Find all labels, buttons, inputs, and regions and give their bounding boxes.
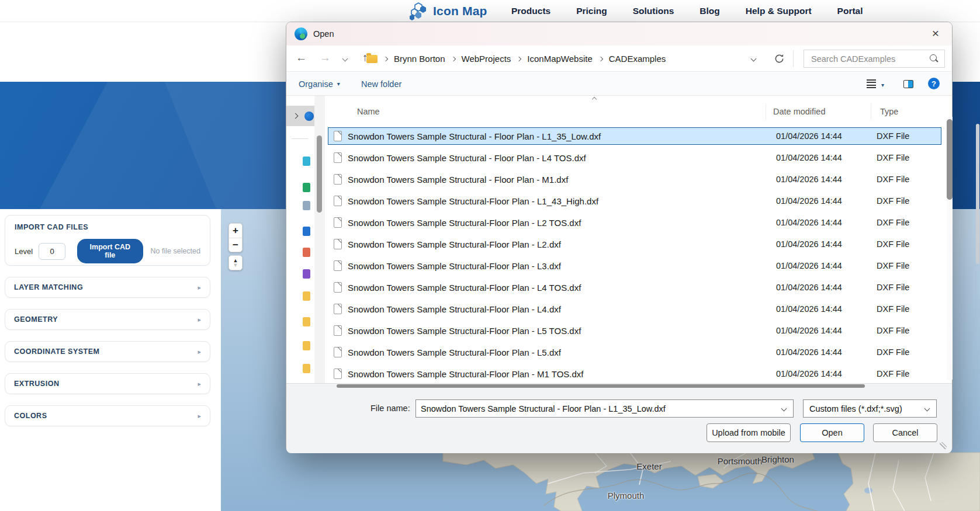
tree-scrollbar-thumb[interactable] [317, 135, 322, 213]
file-row[interactable]: Snowdon Towers Sample Structural-Floor P… [328, 257, 941, 274]
file-row[interactable]: Snowdon Towers Sample Structural-Floor P… [328, 365, 941, 383]
forward-icon[interactable]: → [320, 51, 331, 64]
file-name-input[interactable] [416, 404, 782, 413]
brand[interactable]: Icon Map [409, 2, 487, 20]
nav-item-solutions[interactable]: Solutions [633, 6, 674, 16]
no-file-selected-text: No file selected [151, 247, 200, 255]
level-label: Level [15, 247, 33, 256]
column-name[interactable]: Name [357, 107, 380, 116]
file-date-modified: 01/04/2026 14:44 [776, 239, 877, 249]
icon-map-logo [409, 2, 428, 20]
tree-folder-icon[interactable] [303, 183, 310, 192]
tree-folder-icon[interactable] [303, 317, 310, 326]
file-date-modified: 01/04/2026 14:44 [776, 153, 877, 162]
section-extrusion[interactable]: EXTRUSION▸ [5, 373, 210, 394]
open-button[interactable]: Open [800, 423, 864, 442]
file-row[interactable]: Snowdon Towers Sample Structural-Floor P… [328, 214, 941, 231]
file-row[interactable]: Snowdon Towers Sample Structural-Floor P… [328, 322, 941, 339]
tree-folder-icon[interactable] [303, 157, 310, 166]
tree-folder-icon[interactable] [303, 248, 310, 257]
upload-from-mobile-button[interactable]: Upload from mobile [707, 423, 791, 442]
nav-item-products[interactable]: Products [511, 6, 550, 16]
breadcrumb-item[interactable]: Brynn Borton [394, 54, 445, 64]
scroll-up-icon[interactable] [592, 97, 597, 102]
preview-pane-icon[interactable] [903, 80, 913, 88]
map-zoom-control: + − ▲ ▼ [228, 223, 243, 270]
file-row[interactable]: Snowdon Towers Sample Structural - Floor… [328, 127, 941, 145]
section-geometry[interactable]: GEOMETRY▸ [5, 309, 210, 330]
refresh-icon[interactable] [774, 53, 785, 64]
tree-folder-icon[interactable] [303, 291, 310, 301]
file-icon [334, 217, 342, 228]
tree-folder-icon[interactable] [303, 341, 310, 350]
map-label: Exeter [636, 461, 662, 471]
new-folder-label: New folder [361, 79, 401, 89]
nav-item-portal[interactable]: Portal [837, 6, 863, 16]
file-date-modified: 01/04/2026 14:44 [776, 131, 877, 141]
tree-folder-icon[interactable] [303, 364, 310, 373]
section-layer-matching[interactable]: LAYER MATCHING▸ [5, 277, 210, 298]
tilt-control[interactable]: ▲ ▼ [228, 255, 243, 270]
search-input[interactable] [804, 54, 929, 64]
column-divider[interactable] [766, 103, 766, 120]
column-divider[interactable] [871, 103, 871, 120]
horizontal-scrollbar-thumb[interactable] [337, 384, 865, 388]
zoom-in-button[interactable]: + [229, 224, 242, 238]
import-cad-card: IMPORT CAD FILES Level Import CAD file N… [5, 215, 210, 266]
tree-folder-icon[interactable] [303, 269, 310, 279]
section-label: GEOMETRY [14, 315, 58, 324]
section-label: COLORS [14, 412, 47, 420]
divider [292, 138, 308, 139]
file-row[interactable]: Snowdon Towers Sample Structural - Floor… [328, 149, 941, 166]
back-icon[interactable]: ← [296, 51, 307, 64]
breadcrumb-item[interactable]: CADExamples [609, 54, 666, 64]
file-type: DXF File [877, 261, 941, 270]
view-list-icon[interactable] [867, 79, 876, 88]
level-input[interactable] [39, 243, 65, 260]
import-cad-button[interactable]: Import CAD file [77, 239, 143, 263]
dialog-title-bar[interactable]: Open × [286, 22, 952, 46]
resize-grip[interactable] [940, 442, 947, 449]
dialog-title: Open [313, 29, 334, 39]
tree-expand-icon[interactable] [293, 113, 299, 119]
column-type[interactable]: Type [880, 107, 898, 116]
file-type-select[interactable]: Custom files (*.dxf;*.svg) [803, 399, 937, 418]
cancel-button[interactable]: Cancel [873, 423, 937, 442]
help-icon[interactable]: ? [928, 78, 940, 89]
dialog-navigation-bar: ← → ↑ Brynn BortonWebProjectsIconMapWebs… [286, 46, 952, 72]
section-coordinate-system[interactable]: COORDINATE SYSTEM▸ [5, 341, 210, 362]
folder-icon[interactable] [366, 55, 378, 63]
nav-item-blog[interactable]: Blog [699, 6, 719, 16]
tree-folder-icon[interactable] [303, 227, 310, 236]
recent-locations-icon[interactable] [342, 56, 348, 62]
tree-folder-icon[interactable] [303, 201, 310, 210]
chevron-right-icon [517, 56, 521, 61]
list-scrollbar-thumb[interactable] [947, 119, 953, 200]
breadcrumb-item[interactable]: IconMapWebsite [527, 54, 592, 64]
file-row[interactable]: Snowdon Towers Sample Structural-Floor P… [328, 235, 941, 253]
file-row[interactable]: Snowdon Towers Sample Structural-Floor P… [328, 343, 941, 361]
column-headers: Name Date modified Type [328, 102, 941, 123]
close-icon[interactable]: × [927, 26, 944, 40]
file-row[interactable]: Snowdon Towers Sample Structural-Floor P… [328, 192, 941, 210]
view-dropdown-icon[interactable]: ▾ [881, 82, 884, 88]
column-date-modified[interactable]: Date modified [773, 107, 825, 116]
file-row[interactable]: Snowdon Towers Sample Structural-Floor P… [328, 279, 941, 296]
page-scrollbar-thumb[interactable] [976, 124, 979, 264]
screen: ExeterPlymouthPortsmouthBrighton + − ▲ ▼… [0, 0, 980, 511]
new-folder-button[interactable]: New folder [361, 72, 401, 96]
organise-menu[interactable]: Organise ▾ [299, 72, 340, 96]
file-type: DXF File [877, 347, 941, 357]
zoom-out-button[interactable]: − [229, 238, 242, 252]
nav-item-help-support[interactable]: Help & Support [746, 6, 812, 16]
file-name-dropdown-icon[interactable] [781, 406, 787, 412]
file-row[interactable]: Snowdon Towers Sample Structural-Floor P… [328, 300, 941, 318]
file-name-combo [415, 399, 794, 418]
file-row[interactable]: Snowdon Towers Sample Structural - Floor… [328, 171, 941, 188]
breadcrumb-item[interactable]: WebProjects [462, 54, 511, 64]
nav-item-pricing[interactable]: Pricing [576, 6, 607, 16]
address-dropdown-icon[interactable] [751, 56, 757, 62]
section-colors[interactable]: COLORS▸ [5, 405, 210, 426]
file-icon [334, 260, 342, 271]
file-type: DXF File [877, 175, 941, 184]
